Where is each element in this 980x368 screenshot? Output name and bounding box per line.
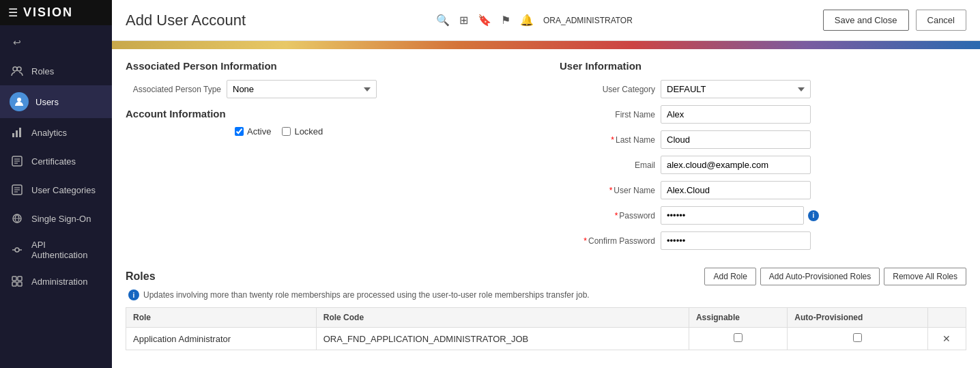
topbar-actions: Save and Close Cancel [823, 10, 966, 31]
svg-point-1 [17, 67, 21, 71]
confirm-password-input[interactable] [661, 231, 811, 250]
user-category-label: User Category [560, 85, 655, 94]
user-label[interactable]: ORA_ADMINISTRATOR [543, 16, 633, 25]
topbar: Add User Account 🔍 ⊞ 🔖 ⚑ 🔔 ORA_ADMINISTR… [112, 0, 980, 41]
sidebar-item-certificates[interactable]: Certificates [0, 147, 112, 175]
roles-info-bar: i Updates involving more than twenty rol… [126, 289, 966, 300]
save-and-close-button[interactable]: Save and Close [823, 10, 909, 31]
flag-icon[interactable]: ⚑ [501, 14, 510, 27]
first-name-row: First Name [560, 105, 966, 124]
user-name-input[interactable] [661, 181, 811, 199]
user-category-select[interactable]: DEFAULT EXTERNAL [661, 80, 811, 98]
role-code-cell: ORA_FND_APPLICATION_ADMINISTRATOR_JOB [316, 328, 689, 350]
password-row: Password i [560, 206, 966, 225]
sidebar-item-roles[interactable]: Roles [0, 57, 112, 85]
main-content: Add User Account 🔍 ⊞ 🔖 ⚑ 🔔 ORA_ADMINISTR… [112, 0, 980, 368]
add-role-button[interactable]: Add Role [704, 268, 755, 285]
first-name-input[interactable] [661, 105, 811, 124]
col-assignable: Assignable [689, 308, 787, 328]
bookmark-icon[interactable]: 🔖 [478, 14, 491, 27]
sidebar-item-analytics-label: Analytics [31, 128, 67, 138]
roles-table-body: Application Administrator ORA_FND_APPLIC… [126, 328, 966, 350]
account-information-title: Account Information [126, 108, 532, 119]
sidebar-item-administration[interactable]: Administration [0, 267, 112, 296]
user-name-label: User Name [560, 186, 655, 195]
certificates-icon [10, 154, 25, 169]
active-checkbox[interactable] [235, 127, 244, 136]
first-name-label: First Name [560, 110, 655, 119]
active-label: Active [247, 126, 271, 137]
auto-provisioned-checkbox[interactable] [853, 333, 862, 342]
administration-icon [10, 274, 25, 289]
roles-icon [10, 63, 25, 79]
svg-rect-17 [18, 277, 22, 281]
user-category-row: User Category DEFAULT EXTERNAL [560, 80, 966, 98]
sidebar-item-administration-label: Administration [31, 277, 87, 287]
svg-rect-3 [12, 133, 14, 137]
sidebar-item-certificates-label: Certificates [31, 156, 76, 167]
active-checkbox-label[interactable]: Active [235, 126, 271, 137]
col-role: Role [126, 308, 317, 328]
assignable-cell [689, 328, 787, 350]
cancel-button[interactable]: Cancel [916, 10, 966, 31]
assignable-checkbox[interactable] [734, 333, 743, 342]
auto-provisioned-cell [788, 328, 928, 350]
grid-icon[interactable]: ⊞ [459, 14, 468, 27]
last-name-input[interactable] [661, 130, 811, 149]
sidebar-item-single-sign-on[interactable]: Single Sign-On [0, 204, 112, 233]
locked-checkbox-label[interactable]: Locked [282, 126, 323, 137]
roles-table-header: Role Role Code Assignable Auto-Provision… [126, 308, 966, 328]
roles-info-message: Updates involving more than twenty role … [143, 290, 590, 300]
roles-table: Role Role Code Assignable Auto-Provision… [126, 307, 966, 350]
sidebar-item-back[interactable]: ↩ [0, 28, 112, 57]
password-field-wrap: i [661, 206, 804, 225]
last-name-row: Last Name [560, 130, 966, 149]
associated-person-type-row: Associated Person Type None Employee Con… [126, 80, 532, 98]
associated-person-type-label: Associated Person Type [126, 85, 221, 94]
back-icon: ↩ [10, 35, 25, 50]
topbar-right-icons: 🔍 ⊞ 🔖 ⚑ 🔔 ORA_ADMINISTRATOR [436, 14, 633, 27]
delete-row-icon[interactable]: ✕ [942, 333, 951, 344]
confirm-password-label: Confirm Password [560, 236, 655, 246]
svg-rect-5 [19, 128, 21, 137]
locked-label: Locked [294, 126, 323, 137]
sidebar-item-analytics[interactable]: Analytics [0, 118, 112, 147]
password-input[interactable] [661, 206, 804, 225]
svg-rect-16 [12, 277, 16, 281]
last-name-label: Last Name [560, 135, 655, 145]
sidebar-header: ☰ VISION [0, 0, 112, 25]
email-input[interactable] [661, 156, 811, 174]
right-column: User Information User Category DEFAULT E… [560, 60, 966, 257]
remove-all-roles-button[interactable]: Remove All Roles [884, 268, 966, 285]
notification-icon[interactable]: 🔔 [520, 14, 534, 27]
associated-person-type-select[interactable]: None Employee Contractor [227, 80, 377, 98]
email-label: Email [560, 160, 655, 170]
user-category-select-wrap: DEFAULT EXTERNAL [661, 80, 811, 98]
locked-checkbox[interactable] [282, 127, 291, 136]
sidebar-item-roles-label: Roles [31, 66, 54, 76]
sidebar-item-api-authentication[interactable]: API Authentication [0, 233, 112, 267]
api-authentication-icon [10, 242, 25, 257]
associated-person-section-title: Associated Person Information [126, 60, 532, 72]
sidebar-item-api-auth-label: API Authentication [31, 240, 102, 260]
app-logo: VISION [23, 5, 73, 20]
users-avatar-icon [10, 92, 29, 111]
left-column: Associated Person Information Associated… [126, 60, 532, 257]
page-title: Add User Account [126, 12, 246, 29]
user-categories-icon [10, 182, 25, 197]
add-auto-provisioned-button[interactable]: Add Auto-Provisioned Roles [760, 268, 880, 285]
sidebar: ☰ VISION ↩ Roles Users [0, 0, 112, 368]
single-sign-on-icon [10, 211, 25, 226]
password-info-icon[interactable]: i [808, 210, 819, 221]
user-name-row: User Name [560, 181, 966, 199]
user-information-section-title: User Information [560, 60, 966, 72]
hamburger-icon[interactable]: ☰ [8, 6, 18, 19]
roles-info-icon: i [128, 289, 139, 300]
confirm-password-row: Confirm Password [560, 231, 966, 250]
sidebar-item-users[interactable]: Users [0, 85, 112, 118]
col-auto-provisioned: Auto-Provisioned [788, 308, 928, 328]
search-icon[interactable]: 🔍 [436, 14, 450, 27]
sidebar-item-users-label: Users [35, 97, 59, 107]
sidebar-item-user-categories-label: User Categories [31, 185, 96, 195]
sidebar-item-user-categories[interactable]: User Categories [0, 175, 112, 204]
